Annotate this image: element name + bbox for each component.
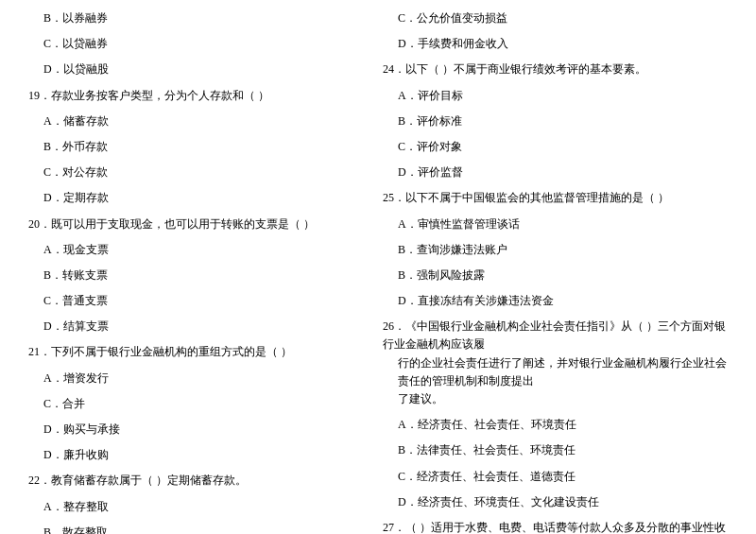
question-text: A．整存整取: [28, 498, 373, 516]
question-text: B．查询涉嫌违法账户: [383, 241, 728, 259]
question-text: D．评价监督: [383, 164, 728, 181]
question-text: B．评价标准: [383, 112, 728, 130]
question-item: C．经济责任、社会责任、道德责任: [383, 468, 728, 486]
question-item: B．查询涉嫌违法账户: [383, 241, 728, 259]
question-text: D．购买与承接: [28, 421, 373, 439]
question-item: 22．教育储蓄存款属于（ ）定期储蓄存款。: [28, 472, 373, 490]
question-text: C．以贷融券: [28, 35, 373, 53]
right-column: C．公允价值变动损益D．手续费和佣金收入24．以下（ ）不属于商业银行绩效考评的…: [383, 9, 728, 534]
question-item: D．以贷融股: [28, 60, 373, 78]
question-text: 20．既可以用于支取现金，也可以用于转账的支票是（ ）: [28, 215, 373, 233]
question-item: A．现金支票: [28, 241, 373, 259]
question-item: A．审慎性监督管理谈话: [383, 215, 728, 233]
question-text: D．廉升收购: [28, 446, 373, 464]
question-text: C．评价对象: [383, 138, 728, 156]
question-text: 25．以下不属于中国银监会的其他监督管理措施的是（ ）: [383, 189, 728, 207]
question-text: B．强制风险披露: [383, 267, 728, 284]
question-item: A．增资发行: [28, 370, 373, 388]
page-wrapper: B．以券融券C．以贷融券D．以贷融股19．存款业务按客户类型，分为个人存款和（ …: [28, 9, 728, 534]
question-text: 19．存款业务按客户类型，分为个人存款和（ ）: [28, 87, 373, 105]
question-text: 了建议。: [383, 390, 728, 408]
question-text: C．公允价值变动损益: [383, 9, 728, 27]
question-text: C．经济责任、社会责任、道德责任: [383, 468, 728, 486]
question-item: C．以贷融券: [28, 35, 373, 53]
question-item: D．廉升收购: [28, 446, 373, 464]
question-text: C．合并: [28, 395, 373, 413]
question-item: D．购买与承接: [28, 421, 373, 439]
question-text: D．经济责任、环境责任、文化建设责任: [383, 493, 728, 511]
question-item: 27．（ ）适用于水费、电费、电话费等付款人众多及分散的事业性收费结算，在同城、…: [383, 519, 728, 534]
question-text: B．散存整取: [28, 524, 373, 534]
question-text: 27．（ ）适用于水费、电费、电话费等付款人众多及分散的事业性收费结算，在同城、…: [383, 519, 728, 534]
question-text: C．对公存款: [28, 164, 373, 181]
question-text: A．储蓄存款: [28, 112, 373, 130]
question-item: C．普通支票: [28, 292, 373, 310]
question-item: C．公允价值变动损益: [383, 9, 728, 27]
question-item: A．经济责任、社会责任、环境责任: [383, 416, 728, 434]
question-text: B．转账支票: [28, 267, 373, 284]
question-text: 行的企业社会责任进行了阐述，并对银行业金融机构履行企业社会责任的管理机制和制度提…: [383, 354, 728, 390]
question-item: 25．以下不属于中国银监会的其他监督管理措施的是（ ）: [383, 189, 728, 207]
question-item: D．评价监督: [383, 164, 728, 181]
question-text: D．直接冻结有关涉嫌违法资金: [383, 292, 728, 310]
question-item: 24．以下（ ）不属于商业银行绩效考评的基本要素。: [383, 60, 728, 78]
question-item: D．结算支票: [28, 318, 373, 336]
question-text: A．经济责任、社会责任、环境责任: [383, 416, 728, 434]
question-text: C．普通支票: [28, 292, 373, 310]
question-text: D．定期存款: [28, 189, 373, 207]
question-item: D．定期存款: [28, 189, 373, 207]
question-text: 21．下列不属于银行业金融机构的重组方式的是（ ）: [28, 343, 373, 361]
question-text: 26．《中国银行业金融机构企业社会责任指引》从（ ）三个方面对银行业金融机构应该…: [383, 318, 728, 353]
question-text: 22．教育储蓄存款属于（ ）定期储蓄存款。: [28, 472, 373, 490]
question-item: B．以券融券: [28, 9, 373, 27]
question-item: 26．《中国银行业金融机构企业社会责任指引》从（ ）三个方面对银行业金融机构应该…: [383, 318, 728, 408]
question-item: 19．存款业务按客户类型，分为个人存款和（ ）: [28, 87, 373, 105]
question-item: B．强制风险披露: [383, 267, 728, 284]
question-item: C．对公存款: [28, 164, 373, 181]
question-item: B．法律责任、社会责任、环境责任: [383, 441, 728, 459]
question-text: B．外币存款: [28, 138, 373, 156]
question-item: D．经济责任、环境责任、文化建设责任: [383, 493, 728, 511]
question-item: A．评价目标: [383, 87, 728, 105]
question-item: C．评价对象: [383, 138, 728, 156]
question-text: A．现金支票: [28, 241, 373, 259]
question-item: 20．既可以用于支取现金，也可以用于转账的支票是（ ）: [28, 215, 373, 233]
left-column: B．以券融券C．以贷融券D．以贷融股19．存款业务按客户类型，分为个人存款和（ …: [28, 9, 373, 534]
question-item: A．储蓄存款: [28, 112, 373, 130]
question-item: D．直接冻结有关涉嫌违法资金: [383, 292, 728, 310]
question-text: A．评价目标: [383, 87, 728, 105]
question-item: B．评价标准: [383, 112, 728, 130]
question-item: B．转账支票: [28, 267, 373, 284]
two-column-layout: B．以券融券C．以贷融券D．以贷融股19．存款业务按客户类型，分为个人存款和（ …: [28, 9, 728, 534]
question-text: A．增资发行: [28, 370, 373, 388]
question-item: D．手续费和佣金收入: [383, 35, 728, 53]
question-text: B．法律责任、社会责任、环境责任: [383, 441, 728, 459]
question-text: B．以券融券: [28, 9, 373, 27]
question-text: D．手续费和佣金收入: [383, 35, 728, 53]
question-item: 21．下列不属于银行业金融机构的重组方式的是（ ）: [28, 343, 373, 361]
question-text: A．审慎性监督管理谈话: [383, 215, 728, 233]
question-text: D．以贷融股: [28, 60, 373, 78]
question-item: B．外币存款: [28, 138, 373, 156]
question-text: D．结算支票: [28, 318, 373, 336]
question-item: A．整存整取: [28, 498, 373, 516]
question-item: B．散存整取: [28, 524, 373, 534]
question-item: C．合并: [28, 395, 373, 413]
question-text: 24．以下（ ）不属于商业银行绩效考评的基本要素。: [383, 60, 728, 78]
